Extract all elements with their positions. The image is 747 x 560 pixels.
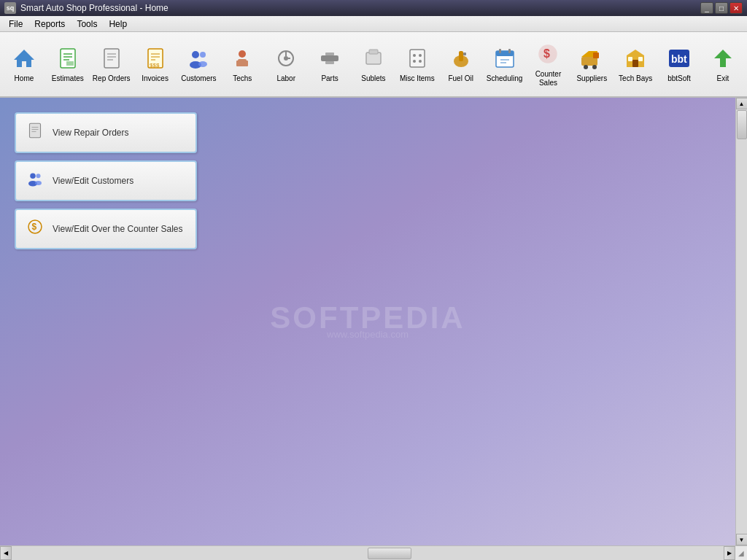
svg-rect-28 (325, 52, 334, 55)
menu-item-tools[interactable]: Tools (71, 18, 103, 31)
svg-rect-38 (459, 51, 463, 61)
quick-btn-viewrepairorders[interactable]: View Repair Orders (15, 112, 197, 153)
horizontal-scrollbar[interactable]: ◀ ▶ ◢ (0, 545, 747, 560)
svg-rect-44 (499, 49, 501, 53)
toolbar-btn-reporders[interactable]: Rep Orders (90, 35, 133, 93)
quick-btn-vieweditcounter[interactable]: $View/Edit Over the Counter Sales (15, 209, 197, 249)
h-scroll-thumb[interactable] (368, 548, 411, 559)
toolbar-btn-sublets[interactable]: Sublets (352, 35, 395, 93)
toolbar-label-exit: Exit (717, 74, 729, 83)
toolbar-btn-estimates[interactable]: Estimates (47, 35, 89, 93)
toolbar-btn-suppliers[interactable]: Suppliers (570, 35, 613, 93)
scroll-track[interactable] (736, 109, 747, 534)
toolbar-btn-labor[interactable]: Labor (265, 35, 307, 93)
svg-point-19 (239, 50, 246, 58)
toolbar-btn-techs[interactable]: Techs (221, 35, 263, 93)
toolbar-btn-exit[interactable]: Exit (702, 35, 744, 93)
toolbar-label-scheduling: Scheduling (487, 74, 522, 83)
sublets-icon (360, 45, 387, 71)
scheduling-icon (492, 45, 518, 71)
scroll-left-arrow[interactable]: ◀ (0, 546, 12, 560)
svg-rect-27 (321, 55, 338, 61)
bbtsoft-icon: bbt (666, 45, 692, 71)
svg-rect-32 (410, 50, 425, 67)
svg-rect-6 (104, 49, 119, 68)
toolbar-label-reporders: Rep Orders (93, 74, 131, 83)
toolbar-label-invoices: Invoices (142, 74, 169, 83)
svg-rect-41 (496, 51, 514, 56)
h-scroll-track[interactable] (12, 546, 724, 560)
vieweditcustomers-quick-icon (25, 170, 45, 192)
svg-point-15 (192, 51, 199, 58)
svg-rect-21 (236, 61, 239, 66)
menu-item-help[interactable]: Help (103, 18, 133, 31)
toolbar-btn-techbays[interactable]: Tech Bays (614, 35, 657, 93)
toolbar-btn-misc[interactable]: Misc Items (396, 35, 438, 93)
svg-text:$: $ (543, 47, 550, 60)
toolbar-btn-fueloil[interactable]: Fuel Oil (440, 35, 482, 93)
svg-text:$$$: $$$ (150, 62, 160, 69)
customers-icon (185, 45, 212, 71)
vieweditcounter-quick-icon: $ (25, 218, 45, 240)
app-icon: sq (4, 2, 16, 14)
watermark-text: SOFTPEDIA (270, 300, 465, 335)
toolbar-label-techbays: Tech Bays (619, 74, 652, 83)
svg-point-36 (419, 60, 422, 63)
quick-btn-label-viewrepairorders: View Repair Orders (53, 128, 128, 138)
menu-item-reports[interactable]: Reports (28, 18, 71, 31)
toolbar-btn-invoices[interactable]: $$$Invoices (134, 35, 177, 93)
title-bar: sq Smart Auto Shop Professional - Home _… (0, 0, 747, 16)
svg-point-34 (419, 54, 422, 57)
svg-point-33 (413, 54, 416, 57)
toolbar-label-countersales: Counter Sales (530, 70, 568, 88)
toolbar-btn-countersales[interactable]: $Counter Sales (527, 35, 570, 93)
svg-text:$: $ (32, 222, 37, 232)
toolbar-label-estimates: Estimates (52, 74, 84, 83)
minimize-button[interactable]: _ (700, 2, 713, 14)
main-content-area: SOFTPEDIA www.softpedia.com View Repair … (0, 98, 735, 545)
svg-point-64 (30, 174, 36, 179)
scroll-down-arrow[interactable]: ▼ (736, 534, 748, 545)
toolbar-label-customers: Customers (181, 74, 216, 83)
toolbar-label-suppliers: Suppliers (576, 74, 607, 83)
toolbar-label-labor: Labor (276, 74, 295, 83)
svg-rect-55 (628, 57, 632, 61)
scroll-thumb[interactable] (737, 110, 747, 139)
close-button[interactable]: ✕ (729, 2, 743, 14)
menu-bar: FileReportsToolsHelp (0, 16, 747, 32)
scroll-up-arrow[interactable]: ▲ (736, 98, 748, 109)
toolbar-btn-bbtsoft[interactable]: bbtbbtSoft (658, 35, 700, 93)
svg-rect-5 (66, 61, 74, 66)
viewrepairorders-quick-icon (25, 122, 45, 144)
svg-rect-60 (30, 123, 41, 138)
svg-rect-22 (245, 61, 248, 66)
estimates-icon (55, 45, 81, 71)
toolbar-btn-scheduling[interactable]: Scheduling (484, 35, 526, 93)
toolbar-label-sublets: Sublets (361, 74, 385, 83)
content-area: SOFTPEDIA www.softpedia.com View Repair … (0, 98, 735, 545)
svg-rect-56 (638, 57, 643, 61)
svg-point-67 (35, 181, 42, 185)
quick-btn-vieweditcustomers[interactable]: View/Edit Customers (15, 160, 197, 201)
maximize-button[interactable]: □ (715, 2, 728, 14)
techbays-icon (622, 45, 649, 71)
toolbar-label-fueloil: Fuel Oil (448, 74, 473, 83)
toolbar-btn-customers[interactable]: Customers (178, 35, 220, 93)
svg-point-18 (198, 61, 207, 67)
quick-btn-label-vieweditcustomers: View/Edit Customers (53, 176, 133, 186)
svg-rect-31 (369, 50, 378, 54)
window-title: Smart Auto Shop Professional - Home (20, 3, 169, 13)
svg-point-35 (413, 60, 416, 63)
toolbar-btn-home[interactable]: Home (3, 35, 45, 93)
exit-icon (710, 45, 736, 71)
countersales-icon: $ (535, 41, 561, 67)
suppliers-icon (578, 45, 605, 71)
scroll-right-arrow[interactable]: ▶ (724, 546, 735, 560)
svg-point-50 (584, 65, 588, 69)
vertical-scrollbar[interactable]: ▲ ▼ (735, 98, 747, 545)
misc-icon (404, 45, 430, 71)
toolbar-btn-parts[interactable]: Parts (309, 35, 351, 93)
menu-item-file[interactable]: File (3, 18, 28, 31)
parts-icon (317, 45, 343, 71)
svg-point-51 (592, 65, 597, 69)
